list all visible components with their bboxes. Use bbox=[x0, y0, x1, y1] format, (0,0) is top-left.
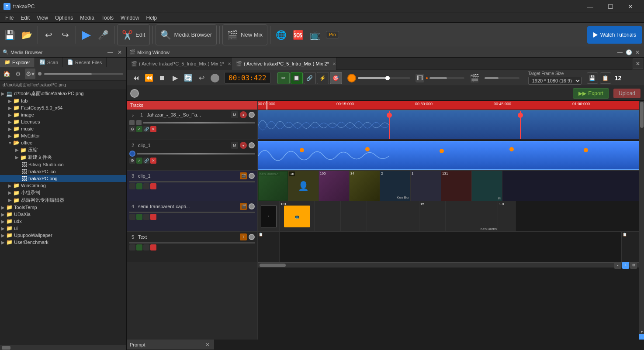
copy-frame-button[interactable]: 📋 bbox=[600, 72, 611, 84]
track-5-light[interactable] bbox=[249, 234, 255, 240]
text-clip-5-1[interactable]: 📋 bbox=[258, 232, 280, 262]
browser-home-button[interactable]: 🏠 bbox=[1, 69, 12, 79]
track-2-knob[interactable] bbox=[129, 151, 135, 157]
target-frame-select[interactable]: 1920 * 1080 (16:9) bbox=[528, 77, 582, 85]
tree-item-xiaozu[interactable]: ▶ 📁 小组录制 bbox=[0, 189, 126, 196]
globe-button[interactable]: 🌐 bbox=[273, 24, 289, 45]
tree-item-userbenchmark[interactable]: ▶ 📁 UserBenchmark bbox=[0, 239, 126, 246]
edit-tool-4[interactable]: ⚡ bbox=[317, 72, 329, 84]
track-4-light[interactable] bbox=[249, 203, 255, 209]
help-button[interactable]: 🆘 bbox=[290, 24, 306, 45]
new-mix-button[interactable]: 🎬 New Mix bbox=[222, 24, 267, 45]
timeline-scroll-thumb[interactable] bbox=[260, 264, 286, 267]
video-clip-3-2[interactable]: 18 👤 bbox=[288, 171, 319, 201]
track-2-mute[interactable]: M bbox=[231, 142, 238, 149]
track-2-btn1[interactable]: ⚙ bbox=[129, 158, 135, 164]
track-5-del[interactable] bbox=[150, 244, 156, 250]
media-browser-button[interactable]: 🔍 Media Browser bbox=[156, 24, 217, 45]
edit-tool-1[interactable]: ✏ bbox=[277, 72, 290, 84]
track-2-record[interactable]: ● bbox=[240, 142, 247, 149]
menu-edit[interactable]: Edit bbox=[17, 14, 33, 22]
track-1-btn2[interactable]: ✓ bbox=[136, 126, 142, 132]
media-browser-close[interactable]: ✕ bbox=[116, 48, 124, 56]
tree-item-trakax-png[interactable]: 🖼 trakaxPC.png bbox=[0, 175, 126, 182]
caption-clip-4-9[interactable]: 1.0 bbox=[498, 201, 516, 232]
track-4-del[interactable] bbox=[150, 214, 156, 220]
track-5-vol[interactable] bbox=[129, 242, 255, 244]
save-frame-button[interactable]: 💾 bbox=[587, 72, 598, 84]
vscroll-thumb[interactable] bbox=[640, 102, 644, 128]
volume-knob[interactable] bbox=[347, 74, 356, 82]
video-clip-3-5[interactable]: 2 Ken Bur bbox=[380, 171, 411, 201]
mw-close-x[interactable]: ✕ bbox=[633, 58, 643, 69]
timeline-scroll-track[interactable] bbox=[287, 264, 614, 267]
video-clip-3-3[interactable]: 105 bbox=[319, 171, 350, 201]
menu-help[interactable]: Help bbox=[143, 14, 161, 22]
audio-clip-1[interactable] bbox=[258, 110, 639, 139]
tree-item-fab[interactable]: ▶ 📁 fab bbox=[0, 97, 126, 104]
video-clip-3-6[interactable]: 1 bbox=[411, 171, 441, 201]
maximize-button[interactable]: ☐ bbox=[600, 0, 620, 13]
caption-clip-4-8[interactable]: Ken Burns bbox=[446, 201, 498, 232]
caption-clip-4-5[interactable] bbox=[367, 201, 393, 232]
track-3-icon[interactable]: 🎬 bbox=[240, 172, 247, 179]
track-5-btn2[interactable] bbox=[136, 244, 142, 250]
tree-item-image[interactable]: ▶ 📁 image bbox=[0, 111, 126, 118]
menu-media[interactable]: Media bbox=[76, 14, 98, 22]
mix-tab-2[interactable]: 🎬 ( Archive trakaxPC_5_Intro_Mix ) Mix 2… bbox=[232, 58, 336, 70]
timeline-scrollbar[interactable]: - + ⊞ bbox=[258, 262, 639, 268]
audio-clip-2[interactable] bbox=[258, 141, 639, 170]
caption-clip-4-3[interactable] bbox=[315, 201, 341, 232]
edit-tool-5[interactable]: 🎯 bbox=[330, 72, 342, 84]
menu-tools[interactable]: Tools bbox=[98, 14, 117, 22]
zoom-in-button[interactable]: + bbox=[622, 262, 629, 269]
menu-file[interactable]: File bbox=[2, 14, 17, 22]
tree-item-yiyou[interactable]: ▶ 📁 易游网讯专用编辑器 bbox=[0, 196, 126, 204]
track-1-del[interactable]: ✕ bbox=[150, 126, 156, 132]
caption-clip-4-4[interactable] bbox=[341, 201, 367, 232]
video-clip-3-4[interactable]: 34 bbox=[350, 171, 380, 201]
menu-view[interactable]: View bbox=[33, 14, 52, 22]
track-4-btn1[interactable] bbox=[129, 214, 135, 220]
mw-minimize[interactable]: — bbox=[616, 48, 624, 56]
play-button[interactable]: ▶ bbox=[170, 72, 181, 84]
browser-scrollbar-h[interactable] bbox=[0, 345, 126, 350]
edit-tool-2[interactable]: 🔲 bbox=[291, 72, 303, 84]
track-5-btn3[interactable] bbox=[143, 244, 149, 250]
track-5-icon[interactable]: T bbox=[240, 233, 247, 240]
save-button[interactable]: 💾 bbox=[2, 24, 18, 45]
track-4-btn2[interactable] bbox=[136, 214, 142, 220]
minimize-button[interactable]: — bbox=[580, 0, 600, 13]
browser-settings-button[interactable]: ⚙ bbox=[13, 69, 23, 79]
track-3-vol[interactable] bbox=[129, 181, 255, 182]
track-1-btn3[interactable]: 🔗 bbox=[143, 126, 149, 132]
zoom-out-button[interactable]: - bbox=[614, 262, 621, 269]
edit-button[interactable]: ✂️ Edit bbox=[117, 24, 150, 45]
track-1-record[interactable]: ● bbox=[240, 111, 247, 118]
tree-item-root[interactable]: ▶ 💻 d:\tools\桌面\office\trakaxPC.png bbox=[0, 90, 126, 97]
track-1-vol[interactable] bbox=[143, 122, 255, 124]
text-clip-5-2[interactable]: 📋 bbox=[621, 232, 639, 262]
stop-button[interactable]: ⏹ bbox=[156, 72, 168, 84]
skip-start-button[interactable]: ⏮ bbox=[130, 72, 142, 84]
tree-item-bitwig-ico[interactable]: 🖼 Bitwig Studio.ico bbox=[0, 161, 126, 168]
clapboard-button[interactable]: 🎬 bbox=[470, 73, 479, 83]
vscroll-track[interactable] bbox=[639, 129, 644, 329]
track-4-icon[interactable]: 🎬 bbox=[240, 203, 247, 210]
zoom-fit-button[interactable]: ⊞ bbox=[630, 262, 637, 269]
settings-button[interactable]: 📺 bbox=[307, 24, 323, 45]
close-button[interactable]: ✕ bbox=[620, 0, 641, 13]
prompt-close[interactable]: ✕ bbox=[204, 341, 211, 349]
track-3-del[interactable] bbox=[150, 183, 156, 189]
caption-clip-4-6[interactable] bbox=[393, 201, 419, 232]
tree-item-trakax-ico[interactable]: 🖼 trakaxPC.ico bbox=[0, 168, 126, 175]
prompt-minimize[interactable]: — bbox=[194, 341, 202, 349]
timeline-content[interactable]: 00:00:000 00:15:000 00:30:000 00:45:000 … bbox=[258, 101, 639, 340]
browser-settings-dropdown[interactable]: ⚙▾ bbox=[25, 69, 35, 79]
tree-item-udaxia[interactable]: ▶ 📁 UDaXia bbox=[0, 211, 126, 218]
mw-close[interactable]: ✕ bbox=[634, 48, 641, 56]
edit-tool-3[interactable]: 🔗 bbox=[304, 72, 316, 84]
timeline-vscrollbar[interactable]: ▼ + bbox=[639, 101, 644, 340]
tree-item-udx[interactable]: ▶ 📁 udx bbox=[0, 218, 126, 225]
track-1-btn1[interactable]: ⚙ bbox=[129, 126, 135, 132]
